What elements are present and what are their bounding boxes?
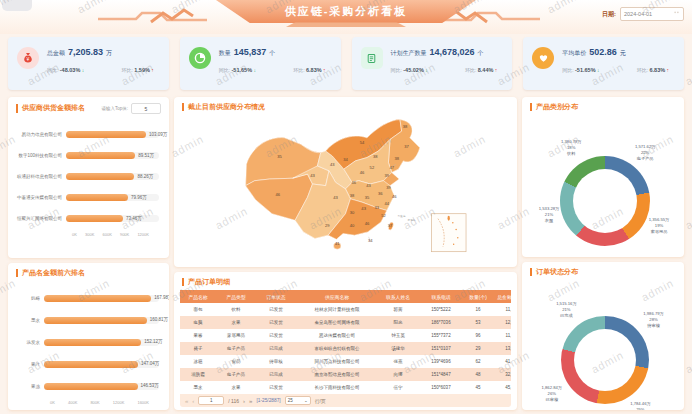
bar-row: 洗发水152.12万 — [14, 331, 159, 353]
bar[interactable] — [44, 361, 138, 368]
table-cell: 电子产品 — [216, 368, 256, 381]
bar-value-label: 88.26万 — [137, 174, 153, 179]
province-value-label: 43 — [330, 162, 335, 167]
table-cell: 45, — [492, 381, 511, 394]
table-row[interactable]: 面包饮料已发货桂林水同计量科技有限郭蕾150*52221611, — [180, 303, 511, 316]
yoy-label: 同比: — [562, 67, 573, 73]
product-category-donut-panel: 产品类别分布 1,571.62万22%电子产品1,356.55万19%家居用品1… — [522, 97, 684, 257]
axis-tick-label: 600K — [102, 232, 111, 237]
table-cell: 45 — [464, 381, 492, 394]
province-value-label: 46 — [351, 180, 356, 185]
province-value-label: 33 — [375, 205, 380, 210]
orders-table-panel: 产品订单明细 产品名称产品类型订单状态供应商名称联系人姓名联系电话数量(个)总金… — [174, 272, 517, 410]
table-cell: 已发货 — [256, 381, 296, 394]
table-cell: 16 — [464, 303, 492, 316]
table-column-header: 总金额(元) — [492, 290, 511, 303]
bar-row: 墨水160.81万 — [14, 309, 159, 331]
donut-slice-label: 1,571.62万22%电子产品 — [635, 143, 656, 161]
slice-name: 衣服 — [539, 218, 560, 224]
slice-percent: 25% — [630, 407, 651, 410]
prev-page-button[interactable]: ‹ — [192, 398, 194, 404]
last-page-button[interactable]: » — [249, 398, 252, 404]
product-bar-chart[interactable]: 奶糖167.98万墨水160.81万洗发水152.12万果汁147.04万果冻1… — [8, 279, 169, 405]
province-value-label: 38 — [350, 193, 355, 198]
chevron-down-icon: ⌄ — [304, 398, 308, 403]
axis-tick-label: 1200K — [137, 232, 149, 237]
bar[interactable] — [44, 383, 138, 390]
table-row[interactable]: 果酱家居用品已发货思达传媒有限公司钟玉英155*73729611, — [180, 329, 511, 342]
yoy-label: 同比: — [391, 67, 402, 73]
up-arrow-icon: ↑ — [667, 67, 670, 73]
bar-track: 103.09万 — [66, 131, 159, 138]
province-value-label: 38 — [373, 154, 378, 159]
south-china-sea-inset — [431, 214, 466, 252]
province-value-label: 38 — [403, 124, 408, 129]
table-row[interactable]: 椅子电子产品已完成富联创联合特联有限公汤建华151*01072913, — [180, 342, 511, 355]
bar-category-label: 墨水 — [14, 318, 44, 323]
bar-category-label: 数字100科技有限公司 — [14, 153, 66, 158]
yoy-label: 同比: — [219, 67, 230, 73]
page-number-input[interactable] — [198, 396, 224, 405]
yoy-label: 同比: — [47, 67, 58, 73]
bar[interactable] — [66, 131, 146, 138]
table-cell: 13, — [492, 342, 511, 355]
table-cell: 电脑 — [180, 316, 216, 329]
kpi-cards-row: ¥ 总金额 7,205.83 万 同比: -48.03% ↓ 环比: 1.59%… — [8, 37, 684, 90]
table-row[interactable]: 墨水水果已发货长沙下雨科技有限公司伍宁150*60374545, — [180, 381, 511, 394]
table-row[interactable]: 电脑水果已发货秦皇岛图公司网络有限阳光186*70365312, — [180, 316, 511, 329]
bar-category-label: 果汁 — [14, 362, 44, 367]
table-column-header: 联系电话 — [418, 290, 464, 303]
date-picker-input[interactable]: 2024-04-01 — [620, 7, 684, 21]
watermark-text: admin — [683, 348, 692, 375]
province-value-label: 46 — [392, 194, 397, 199]
bar-value-label: 79.96万 — [131, 195, 147, 200]
bar[interactable] — [66, 194, 128, 201]
table-row[interactable]: 润肤霜电子产品已完成南京洛熙信息有限公司向娜151*48474832, — [180, 368, 511, 381]
bar[interactable] — [44, 339, 141, 346]
orders-table: 产品名称产品类型订单状态供应商名称联系人姓名联系电话数量(个)总金额(元) — [180, 290, 511, 303]
table-cell: 139*4696 — [418, 355, 464, 368]
bar-category-label: 果冻 — [14, 384, 44, 389]
bar-category-label: 易动力信息有限公司 — [14, 132, 66, 137]
province-value-label: 46 — [276, 192, 281, 197]
bar-value-label: 160.81万 — [150, 317, 168, 322]
header-left-decoration — [96, 6, 226, 26]
supplier-rank-panel: 供应商供货金额排名 请输入Top值: 易动力信息有限公司103.09万数字100… — [8, 97, 169, 258]
bar[interactable] — [66, 215, 123, 222]
province-value-label: 29 — [325, 223, 330, 228]
kpi-card-average-price: 平均单价 502.86 元 同比: -51.65% ↓ 环比: 6.83% ↑ — [523, 37, 684, 90]
first-page-button[interactable]: « — [185, 398, 188, 404]
bar[interactable] — [44, 295, 151, 302]
watermark-text: admin — [683, 60, 692, 87]
supplier-bar-chart[interactable]: 易动力信息有限公司103.09万数字100科技有限公司89.51万联通好科信息有… — [8, 116, 169, 237]
table-row[interactable]: 冰箱食品待审核同川万点科技有限公司张燕139*46966241, — [180, 355, 511, 368]
bar[interactable] — [66, 173, 134, 180]
kpi-value: 145,837 — [234, 47, 267, 57]
table-cell: 已发货 — [256, 303, 296, 316]
table-cell: 150*5222 — [418, 303, 464, 316]
axis-tick-label: 400K — [68, 400, 77, 405]
bar-value-label: 152.12万 — [144, 339, 162, 344]
next-page-button[interactable]: › — [243, 398, 245, 404]
mom-value: 1.59% — [134, 67, 150, 73]
top-value-input[interactable] — [131, 103, 161, 114]
bar[interactable] — [66, 152, 135, 159]
province-value-label: 52 — [381, 213, 386, 218]
province-value-label: 46 — [365, 221, 370, 226]
province-value-label: 35 — [277, 154, 282, 159]
page-size-select[interactable]: 25 ⌄ — [285, 396, 311, 405]
table-cell: 食品 — [216, 355, 256, 368]
bar-track: 167.98万 — [44, 295, 159, 302]
panel-title: 截止目前供应商分布情况 — [182, 103, 265, 111]
up-arrow-icon: ↑ — [151, 67, 154, 73]
axis-tick-label: 300K — [85, 232, 94, 237]
bar[interactable] — [44, 317, 147, 324]
province-value-label: 40 — [350, 223, 355, 228]
table-header-row: 产品名称产品类型订单状态供应商名称联系人姓名联系电话数量(个)总金额(元) — [180, 290, 511, 303]
up-arrow-icon: ↑ — [495, 67, 498, 73]
pagination-bar: « ‹ / 116 › » [1-25/2887] 25 ⌄ 行/页 — [180, 394, 511, 407]
table-cell: 155*7372 — [418, 329, 464, 342]
bar-track: 89.51万 — [66, 152, 159, 159]
title-underline-decoration — [286, 22, 406, 27]
china-choropleth-map[interactable]: 3546434334543837383847523946464339364635… — [180, 113, 511, 255]
